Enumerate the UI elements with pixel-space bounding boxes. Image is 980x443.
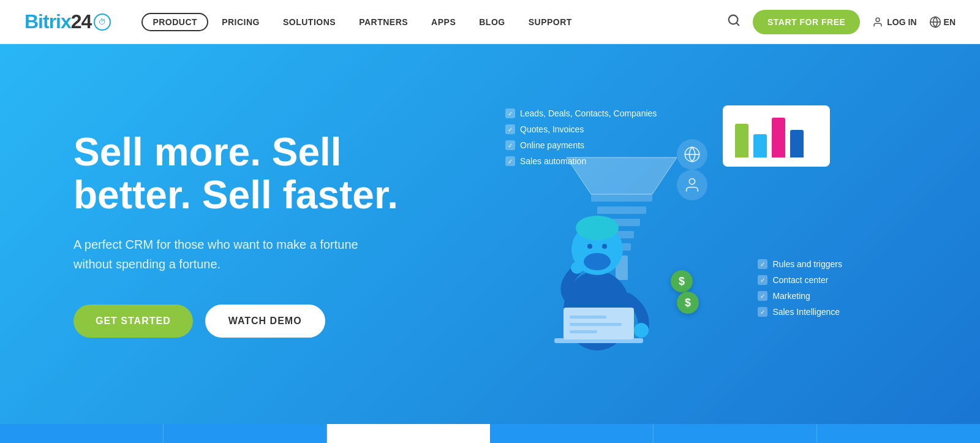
hero-content: Sell more. Sell better. Sell faster. A p… bbox=[74, 131, 441, 338]
svg-rect-25 bbox=[570, 316, 606, 319]
tab-tasks-projects[interactable]: Tasks and projects bbox=[164, 424, 327, 443]
tab-hr-automation[interactable]: HR and automation bbox=[817, 424, 980, 443]
coin-2: $ bbox=[677, 292, 699, 314]
svg-rect-27 bbox=[570, 330, 597, 333]
bar-2 bbox=[753, 134, 767, 157]
checkbox-7: ✓ bbox=[758, 291, 767, 301]
svg-point-21 bbox=[634, 323, 649, 338]
hero-subtitle: A perfect CRM for those who want to make… bbox=[74, 235, 368, 274]
check-item-3: ✓ Online payments bbox=[505, 140, 657, 150]
logo-text: Bitrix24 bbox=[24, 10, 91, 33]
checkbox-5: ✓ bbox=[758, 259, 767, 269]
svg-point-20 bbox=[584, 253, 611, 270]
get-started-button[interactable]: GET STARTED bbox=[74, 305, 193, 338]
check-label-6: Contact center bbox=[772, 275, 828, 285]
check-item-6: ✓ Contact center bbox=[758, 275, 842, 285]
check-label-5: Rules and triggers bbox=[772, 259, 842, 269]
bar-1 bbox=[735, 124, 748, 157]
check-item-1: ✓ Leads, Deals, Contacts, Companies bbox=[505, 108, 657, 118]
start-free-button[interactable]: START FOR FREE bbox=[753, 10, 860, 34]
svg-point-22 bbox=[571, 262, 583, 274]
login-button[interactable]: LOG IN bbox=[872, 17, 916, 28]
main-nav: PRODUCT PRICING SOLUTIONS PARTNERS APPS … bbox=[141, 13, 727, 31]
nav-product[interactable]: PRODUCT bbox=[141, 13, 208, 31]
check-label-7: Marketing bbox=[772, 291, 810, 301]
check-item-2: ✓ Quotes, Invoices bbox=[505, 124, 657, 134]
svg-line-1 bbox=[736, 23, 739, 25]
user-icon bbox=[872, 17, 883, 28]
checkbox-1: ✓ bbox=[505, 108, 515, 118]
search-icon bbox=[727, 13, 741, 27]
bar-3 bbox=[772, 118, 785, 157]
checkbox-3: ✓ bbox=[505, 140, 515, 150]
tab-crm[interactable]: CRM bbox=[327, 424, 491, 443]
checklist-bottom: ✓ Rules and triggers ✓ Contact center ✓ … bbox=[758, 259, 842, 323]
bottom-tabs: Collaboration Tasks and projects CRM Con… bbox=[0, 424, 980, 443]
nav-apps[interactable]: APPS bbox=[421, 13, 466, 31]
check-label-8: Sales Intelligence bbox=[772, 307, 840, 317]
nav-support[interactable]: SUPPORT bbox=[519, 13, 582, 31]
check-item-5: ✓ Rules and triggers bbox=[758, 259, 842, 269]
svg-point-2 bbox=[876, 18, 880, 21]
watch-demo-button[interactable]: WATCH DEMO bbox=[205, 305, 325, 338]
header-right: START FOR FREE LOG IN EN bbox=[727, 10, 956, 34]
check-label-1: Leads, Deals, Contacts, Companies bbox=[520, 108, 657, 118]
nav-blog[interactable]: BLOG bbox=[469, 13, 514, 31]
check-label-3: Online payments bbox=[520, 140, 584, 150]
clock-icon: ⏱ bbox=[94, 13, 111, 31]
hero-buttons: GET STARTED WATCH DEMO bbox=[74, 305, 441, 338]
search-button[interactable] bbox=[727, 13, 741, 30]
header: Bitrix24 ⏱ PRODUCT PRICING SOLUTIONS PAR… bbox=[0, 0, 980, 44]
logo[interactable]: Bitrix24 ⏱ bbox=[24, 10, 111, 33]
checkbox-4: ✓ bbox=[505, 156, 515, 166]
checkbox-6: ✓ bbox=[758, 275, 767, 285]
login-label: LOG IN bbox=[887, 17, 916, 27]
check-item-8: ✓ Sales Intelligence bbox=[758, 307, 842, 317]
globe-icon bbox=[929, 16, 941, 28]
logo-bitrix: Bitrix bbox=[24, 10, 71, 32]
tab-websites[interactable]: Websites bbox=[654, 424, 817, 443]
language-selector[interactable]: EN bbox=[929, 16, 956, 28]
illustration-container: ✓ Leads, Deals, Contacts, Companies ✓ Qu… bbox=[505, 96, 842, 372]
check-item-7: ✓ Marketing bbox=[758, 291, 842, 301]
svg-point-19 bbox=[602, 244, 607, 249]
hero-title: Sell more. Sell better. Sell faster. bbox=[74, 131, 441, 217]
logo-number: 24 bbox=[71, 10, 92, 32]
svg-point-17 bbox=[576, 216, 619, 240]
bar-4 bbox=[790, 130, 804, 157]
checkbox-2: ✓ bbox=[505, 124, 515, 134]
nav-pricing[interactable]: PRICING bbox=[212, 13, 270, 31]
check-label-2: Quotes, Invoices bbox=[520, 124, 584, 134]
nav-solutions[interactable]: SOLUTIONS bbox=[273, 13, 345, 31]
lang-label: EN bbox=[944, 17, 956, 27]
tab-collaboration[interactable]: Collaboration bbox=[0, 424, 164, 443]
person-illustration bbox=[536, 188, 658, 360]
hero-illustration: ✓ Leads, Deals, Contacts, Companies ✓ Qu… bbox=[441, 81, 907, 387]
svg-rect-26 bbox=[570, 323, 622, 326]
hero-section: Sell more. Sell better. Sell faster. A p… bbox=[0, 44, 980, 424]
tab-contact-center[interactable]: Contact center bbox=[490, 424, 654, 443]
svg-point-7 bbox=[689, 179, 695, 184]
nav-partners[interactable]: PARTNERS bbox=[349, 13, 418, 31]
bar-chart bbox=[723, 105, 830, 167]
coin-1: $ bbox=[671, 270, 693, 292]
svg-point-18 bbox=[587, 244, 592, 249]
checkbox-8: ✓ bbox=[758, 307, 767, 317]
